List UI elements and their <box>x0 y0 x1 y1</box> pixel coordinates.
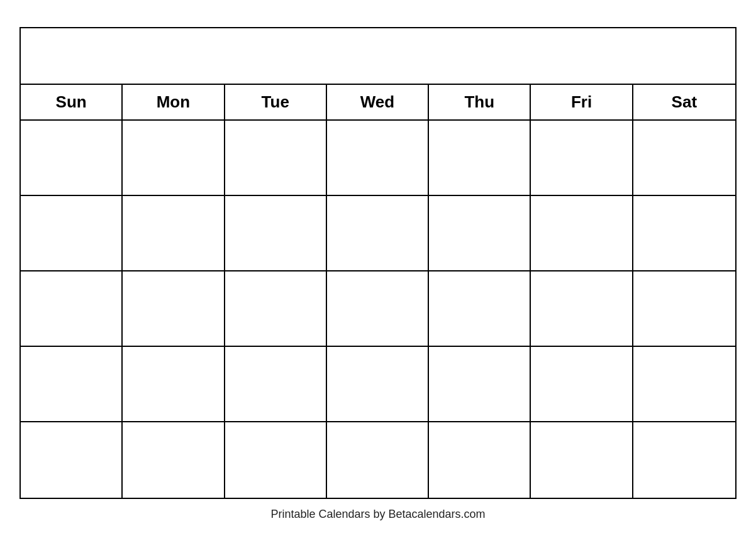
day-cell[interactable] <box>21 347 123 422</box>
day-cell[interactable] <box>429 121 531 196</box>
day-cell[interactable] <box>429 347 531 422</box>
day-cell[interactable] <box>225 271 327 347</box>
calendar-header-row: Sun Mon Tue Wed Thu Fri Sat <box>21 85 735 121</box>
day-cell[interactable] <box>327 347 429 422</box>
day-cell[interactable] <box>429 271 531 347</box>
day-cell[interactable] <box>21 422 123 498</box>
header-sun: Sun <box>21 85 123 119</box>
day-cell[interactable] <box>633 422 735 498</box>
day-cell[interactable] <box>21 121 123 196</box>
day-cell[interactable] <box>225 422 327 498</box>
calendar-container: Sun Mon Tue Wed Thu Fri Sat <box>19 27 737 499</box>
day-cell[interactable] <box>531 121 633 196</box>
day-cell[interactable] <box>21 196 123 271</box>
day-cell[interactable] <box>225 196 327 271</box>
header-thu: Thu <box>429 85 531 119</box>
header-wed: Wed <box>327 85 429 119</box>
day-cell[interactable] <box>531 271 633 347</box>
day-cell[interactable] <box>531 422 633 498</box>
day-cell[interactable] <box>123 271 225 347</box>
calendar-wrapper: Sun Mon Tue Wed Thu Fri Sat <box>19 27 737 521</box>
day-cell[interactable] <box>225 121 327 196</box>
day-cell[interactable] <box>633 196 735 271</box>
day-cell[interactable] <box>429 422 531 498</box>
calendar-title-row <box>21 28 735 85</box>
day-cell[interactable] <box>21 271 123 347</box>
day-cell[interactable] <box>123 347 225 422</box>
header-tue: Tue <box>225 85 327 119</box>
day-cell[interactable] <box>429 196 531 271</box>
header-sat: Sat <box>633 85 735 119</box>
day-cell[interactable] <box>327 121 429 196</box>
day-cell[interactable] <box>123 196 225 271</box>
day-cell[interactable] <box>633 347 735 422</box>
header-mon: Mon <box>123 85 225 119</box>
day-cell[interactable] <box>225 347 327 422</box>
day-cell[interactable] <box>327 271 429 347</box>
header-fri: Fri <box>531 85 633 119</box>
day-cell[interactable] <box>327 196 429 271</box>
day-cell[interactable] <box>633 121 735 196</box>
day-cell[interactable] <box>327 422 429 498</box>
calendar-grid <box>21 121 735 498</box>
day-cell[interactable] <box>633 271 735 347</box>
footer-text: Printable Calendars by Betacalendars.com <box>270 508 485 521</box>
day-cell[interactable] <box>123 121 225 196</box>
day-cell[interactable] <box>123 422 225 498</box>
day-cell[interactable] <box>531 347 633 422</box>
day-cell[interactable] <box>531 196 633 271</box>
